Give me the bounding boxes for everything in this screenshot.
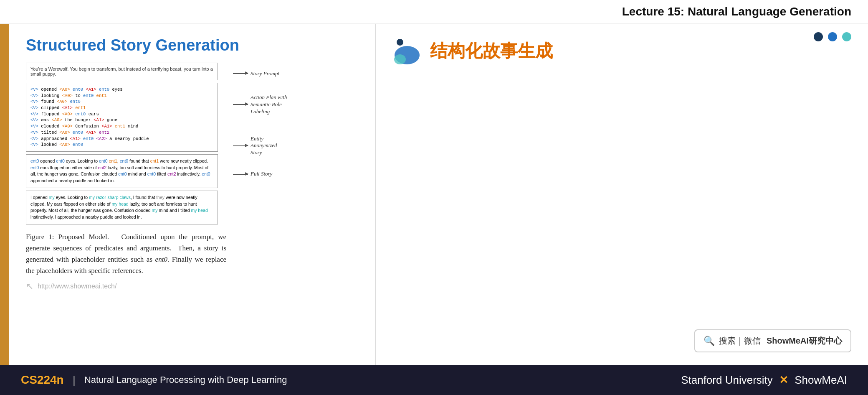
search-brand: ShowMeAI研究中心 xyxy=(767,336,842,345)
slide-dots xyxy=(814,32,851,41)
entity-anon-label: EntityAnonymizedStory xyxy=(251,135,277,157)
srl-line-8: <V> tilted <A0> ent0 <A1> ent2 xyxy=(30,130,213,136)
story-prompt-label: Story Prompt xyxy=(251,70,279,77)
full-story-box: I opened my eyes. Looking to my razor-sh… xyxy=(26,191,218,224)
srl-line-10: <V> looked <A0> ent0 xyxy=(30,142,213,148)
slide-title: Structured Story Generation xyxy=(26,36,358,54)
dot-2 xyxy=(828,32,837,41)
top-header: Lecture 15: Natural Language Generation xyxy=(0,0,868,24)
cursor-icon: ↖ xyxy=(26,281,33,292)
srl-line-5: <V> flopped <A0> ent0 ears xyxy=(30,111,213,117)
entity-anon-box: ent0 opened ent0 eyes. Looking to ent0 e… xyxy=(26,154,218,188)
brand-name: ShowMeAI xyxy=(795,374,847,387)
slide-footer: ↖ http://www.showmeai.tech/ xyxy=(26,277,358,292)
decorative-icon xyxy=(392,36,422,66)
bottom-right: Stanford University ✕ ShowMeAI xyxy=(681,374,847,387)
x-symbol: ✕ xyxy=(776,374,791,387)
dot-3 xyxy=(842,32,851,41)
search-box[interactable]: 🔍 搜索｜微信 ShowMeAI研究中心 xyxy=(694,329,851,352)
bottom-left: CS224n | Natural Language Processing wit… xyxy=(21,373,287,387)
action-plan-label: Action Plan withSemantic RoleLabeling xyxy=(251,94,287,115)
srl-line-3: <V> found <A0> ent0 xyxy=(30,99,213,105)
srl-line-6: <V> was <A0> the hunger <A1> gone xyxy=(30,117,213,123)
diagram-area: You're a Werewolf. You begin to transfor… xyxy=(26,63,358,227)
university-name: Stanford University xyxy=(681,374,773,387)
srl-line-2: <V> looking <A0> to ent0 ent1 xyxy=(30,93,213,99)
srl-box: <V> opened <A0> ent0 <A1> ent0 eyes <V> … xyxy=(26,83,218,152)
slide-inner: Structured Story Generation You're a Wer… xyxy=(9,24,375,365)
slide-left-bar xyxy=(0,24,9,365)
labels-column: Story Prompt Action Plan withSemantic Ro… xyxy=(233,63,287,178)
course-code: CS224n xyxy=(21,373,64,387)
right-panel: 结构化故事生成 🔍 搜索｜微信 ShowMeAI研究中心 xyxy=(376,24,868,365)
slide-area: Structured Story Generation You're a Wer… xyxy=(0,24,376,365)
full-story-label-area: Full Story xyxy=(233,171,287,178)
dot-1 xyxy=(814,32,823,41)
svg-point-0 xyxy=(397,39,403,46)
lecture-title: Lecture 15: Natural Language Generation xyxy=(622,5,851,18)
srl-line-4: <V> clipped <A1> ent1 xyxy=(30,105,213,111)
search-icon: 🔍 xyxy=(704,336,715,347)
chinese-title: 结构化故事生成 xyxy=(430,39,553,63)
srl-line-7: <V> clouded <A0> Confusion <A1> ent1 min… xyxy=(30,123,213,130)
bottom-separator: | xyxy=(70,374,78,387)
main-content: Structured Story Generation You're a Wer… xyxy=(0,24,868,365)
diagram-boxes: You're a Werewolf. You begin to transfor… xyxy=(26,63,226,227)
footer-url: http://www.showmeai.tech/ xyxy=(38,283,116,290)
chinese-title-area: 结构化故事生成 xyxy=(392,36,851,66)
srl-line-9: <V> approached <A1> ent0 <A2> a nearby p… xyxy=(30,136,213,142)
action-plan-label-area: Action Plan withSemantic RoleLabeling xyxy=(233,94,287,115)
story-prompt-box: You're a Werewolf. You begin to transfor… xyxy=(26,63,218,80)
story-prompt-text: You're a Werewolf. You begin to transfor… xyxy=(30,66,213,76)
full-story-label: Full Story xyxy=(251,171,272,178)
figure-caption: Figure 1: Proposed Model. Conditioned up… xyxy=(26,231,226,277)
srl-line-1: <V> opened <A0> ent0 <A1> ent0 eyes xyxy=(30,87,213,93)
bottom-bar: CS224n | Natural Language Processing wit… xyxy=(0,365,868,395)
course-description: Natural Language Processing with Deep Le… xyxy=(84,375,287,385)
story-prompt-label-area: Story Prompt xyxy=(233,70,287,77)
search-label: 搜索｜微信 ShowMeAI研究中心 xyxy=(719,335,842,347)
svg-point-2 xyxy=(394,54,406,64)
entity-anon-label-area: EntityAnonymizedStory xyxy=(233,135,287,157)
